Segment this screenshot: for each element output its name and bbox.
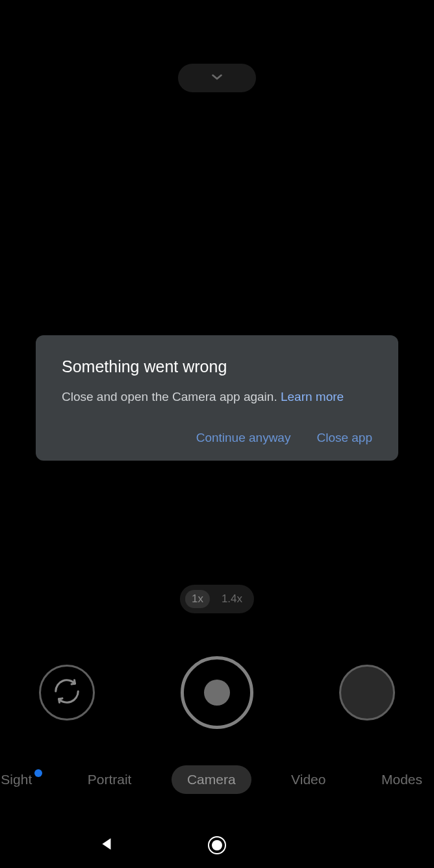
close-app-button[interactable]: Close app — [316, 431, 372, 445]
navigation-bar — [0, 823, 434, 868]
mode-label: Video — [291, 772, 326, 787]
mode-label: Portrait — [88, 772, 132, 787]
zoom-selector[interactable]: 1x 1.4x — [180, 585, 254, 613]
shutter-button[interactable] — [181, 656, 253, 729]
flip-camera-icon — [52, 676, 82, 709]
back-icon — [99, 836, 116, 855]
chevron-down-icon — [209, 68, 225, 88]
mode-modes[interactable]: Modes — [366, 765, 434, 794]
mode-night-sight[interactable]: ht Sight — [0, 765, 47, 794]
mode-camera[interactable]: Camera — [172, 765, 251, 794]
camera-controls — [0, 656, 434, 729]
new-badge-icon — [34, 769, 42, 777]
learn-more-link[interactable]: Learn more — [281, 390, 344, 403]
mode-label: Modes — [381, 772, 422, 787]
dialog-body-text: Close and open the Camera app again. — [62, 390, 281, 403]
dialog-body: Close and open the Camera app again. Lea… — [62, 388, 372, 406]
mode-selector[interactable]: ht Sight Portrait Camera Video Modes — [0, 765, 434, 794]
zoom-option-1-4x[interactable]: 1.4x — [215, 590, 249, 608]
nav-home-button[interactable] — [207, 836, 227, 855]
flip-camera-button[interactable] — [39, 665, 95, 721]
error-dialog: Something went wrong Close and open the … — [36, 335, 398, 461]
dialog-title: Something went wrong — [62, 357, 372, 376]
top-settings-pill[interactable] — [178, 64, 256, 92]
mode-label: ht Sight — [0, 772, 32, 787]
continue-anyway-button[interactable]: Continue anyway — [196, 431, 291, 445]
gallery-thumbnail-button[interactable] — [339, 665, 395, 721]
mode-video[interactable]: Video — [275, 765, 341, 794]
nav-back-button[interactable] — [97, 836, 117, 855]
nav-recent-button[interactable] — [317, 836, 337, 855]
dialog-actions: Continue anyway Close app — [62, 431, 372, 445]
zoom-option-1x[interactable]: 1x — [185, 590, 210, 608]
mode-portrait[interactable]: Portrait — [72, 765, 147, 794]
home-icon — [208, 836, 226, 854]
mode-label: Camera — [187, 772, 236, 787]
